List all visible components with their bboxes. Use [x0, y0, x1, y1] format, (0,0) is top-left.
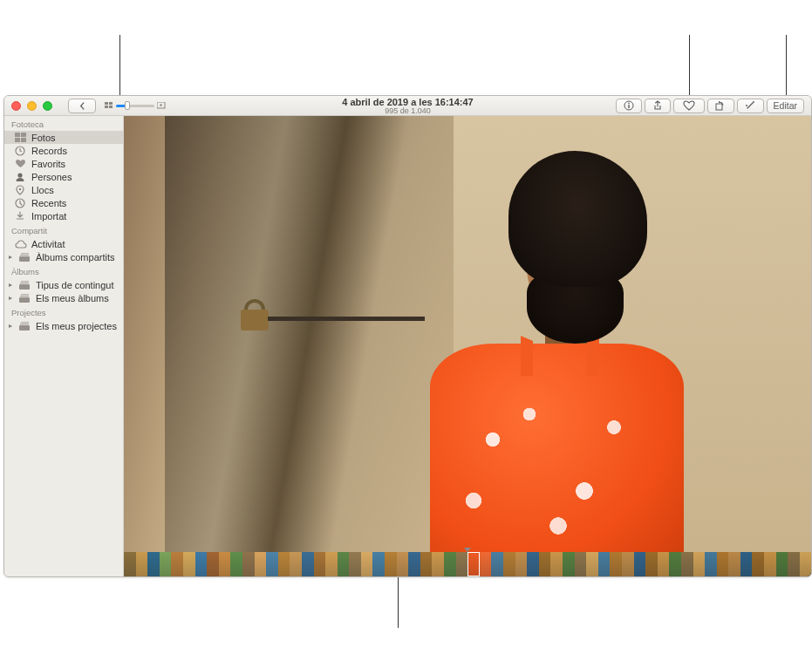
filmstrip-thumbnail[interactable] [302, 552, 314, 576]
filmstrip-thumbnail[interactable] [266, 552, 278, 576]
filmstrip-thumbnail[interactable] [349, 552, 361, 576]
sidebar-item[interactable]: Llocs [4, 183, 123, 196]
filmstrip-thumbnail[interactable] [740, 552, 753, 576]
sidebar-item[interactable]: Activitat [4, 237, 123, 250]
filmstrip-thumbnail[interactable] [171, 552, 183, 576]
sidebar-item[interactable]: ▸Tipus de contingut [4, 278, 123, 291]
zoom-slider-thumb[interactable] [125, 101, 130, 110]
filmstrip-thumbnail[interactable] [622, 552, 634, 576]
maximize-button[interactable] [43, 101, 52, 111]
filmstrip-thumbnail[interactable] [408, 552, 420, 576]
disclosure-triangle-icon[interactable]: ▸ [9, 253, 15, 261]
filmstrip-thumbnail[interactable] [338, 552, 350, 576]
filmstrip-thumbnail[interactable] [207, 552, 219, 576]
info-button[interactable] [616, 99, 642, 113]
filmstrip-thumbnail[interactable] [764, 552, 776, 576]
sidebar-item[interactable]: Persones [4, 170, 123, 183]
filmstrip-thumbnail[interactable] [645, 552, 658, 576]
filmstrip-thumbnail[interactable] [800, 552, 812, 576]
minimize-button[interactable] [27, 101, 37, 111]
filmstrip-thumbnail[interactable] [503, 552, 515, 576]
filmstrip-thumbnail[interactable] [325, 552, 338, 576]
edit-button[interactable]: Editar [767, 99, 804, 113]
sidebar-item[interactable]: ▸Els meus projectes [4, 319, 123, 332]
filmstrip-thumbnail[interactable] [658, 552, 670, 576]
svg-rect-9 [716, 104, 722, 110]
svg-rect-12 [15, 138, 20, 142]
filmstrip-thumbnail[interactable] [432, 552, 444, 576]
zoom-slider-track[interactable] [116, 105, 154, 107]
filmstrip-thumbnail[interactable] [491, 552, 503, 576]
filmstrip-thumbnail[interactable] [717, 552, 729, 576]
photo-viewer[interactable] [124, 116, 811, 552]
filmstrip-thumbnail[interactable] [456, 552, 468, 576]
window-title: 4 abril de 2019 a les 16:14:47 995 de 1.… [342, 97, 473, 116]
filmstrip-thumbnail[interactable] [397, 552, 409, 576]
svg-point-16 [19, 187, 22, 190]
filmstrip-thumbnail[interactable] [515, 552, 528, 576]
filmstrip-thumbnail[interactable] [361, 552, 373, 576]
filmstrip-thumbnail[interactable] [788, 552, 800, 576]
sidebar-item[interactable]: ▸Àlbums compartits [4, 250, 123, 263]
filmstrip-thumbnail[interactable] [242, 552, 255, 576]
filmstrip-thumbnail[interactable] [752, 552, 764, 576]
filmstrip-thumbnail[interactable] [669, 552, 681, 576]
sidebar-item[interactable]: Importat [4, 209, 123, 222]
filmstrip-thumbnail[interactable] [693, 552, 706, 576]
filmstrip-thumbnail[interactable] [385, 552, 397, 576]
filmstrip-thumbnail[interactable] [575, 552, 587, 576]
filmstrip-thumbnail[interactable] [563, 552, 575, 576]
filmstrip-thumbnail[interactable] [610, 552, 622, 576]
sidebar-item-label: Persones [31, 172, 118, 182]
close-button[interactable] [11, 101, 21, 111]
sidebar-item[interactable]: ▸Els meus àlbums [4, 291, 123, 304]
favorite-button[interactable] [673, 99, 705, 113]
filmstrip-thumbnail[interactable] [420, 552, 433, 576]
main-view [124, 116, 811, 576]
filmstrip-thumbnail[interactable] [195, 552, 208, 576]
filmstrip-thumbnail[interactable] [255, 552, 267, 576]
zoom-slider[interactable] [105, 102, 166, 109]
filmstrip-thumbnail[interactable] [634, 552, 646, 576]
svg-point-7 [628, 103, 630, 105]
filmstrip-thumbnail[interactable] [136, 552, 148, 576]
filmstrip-thumbnail[interactable] [183, 552, 195, 576]
filmstrip-thumbnail[interactable] [681, 552, 693, 576]
filmstrip-thumbnail[interactable] [278, 552, 290, 576]
filmstrip-thumbnail[interactable] [372, 552, 385, 576]
sidebar-item[interactable]: Recents [4, 196, 123, 209]
callout-line [398, 576, 399, 628]
sidebar-item[interactable]: Fotos [4, 131, 123, 144]
filmstrip-thumbnail[interactable] [728, 552, 740, 576]
sidebar-item-label: Favorits [31, 159, 118, 169]
filmstrip-thumbnail[interactable] [586, 552, 598, 576]
filmstrip-thumbnail[interactable] [480, 552, 492, 576]
back-button[interactable] [68, 99, 96, 113]
filmstrip-thumbnail[interactable] [598, 552, 611, 576]
disclosure-triangle-icon[interactable]: ▸ [9, 322, 15, 330]
disclosure-triangle-icon[interactable]: ▸ [9, 294, 15, 302]
filmstrip-thumbnail[interactable] [160, 552, 172, 576]
filmstrip-thumbnail[interactable] [705, 552, 717, 576]
filmstrip-thumbnail[interactable] [124, 552, 136, 576]
filmstrip-thumbnail[interactable] [230, 552, 242, 576]
filmstrip-thumbnail[interactable] [147, 552, 160, 576]
filmstrip-thumbnail[interactable] [290, 552, 302, 576]
filmstrip-thumbnail[interactable] [467, 552, 480, 576]
rotate-button[interactable] [707, 99, 734, 113]
filmstrip-thumbnail[interactable] [527, 552, 539, 576]
share-button[interactable] [645, 99, 671, 113]
import-icon [15, 211, 27, 222]
filmstrip-thumbnail[interactable] [219, 552, 231, 576]
filmstrip-thumbnail[interactable] [550, 552, 563, 576]
filmstrip-thumbnail[interactable] [314, 552, 326, 576]
filmstrip[interactable] [124, 552, 811, 576]
autoenhance-button[interactable] [737, 99, 764, 113]
filmstrip-thumbnail[interactable] [776, 552, 788, 576]
sidebar-item[interactable]: Records [4, 144, 123, 157]
filmstrip-thumbnail[interactable] [444, 552, 456, 576]
disclosure-triangle-icon[interactable]: ▸ [9, 281, 15, 289]
svg-rect-10 [15, 133, 20, 137]
filmstrip-thumbnail[interactable] [539, 552, 551, 576]
sidebar-item[interactable]: Favorits [4, 157, 123, 170]
